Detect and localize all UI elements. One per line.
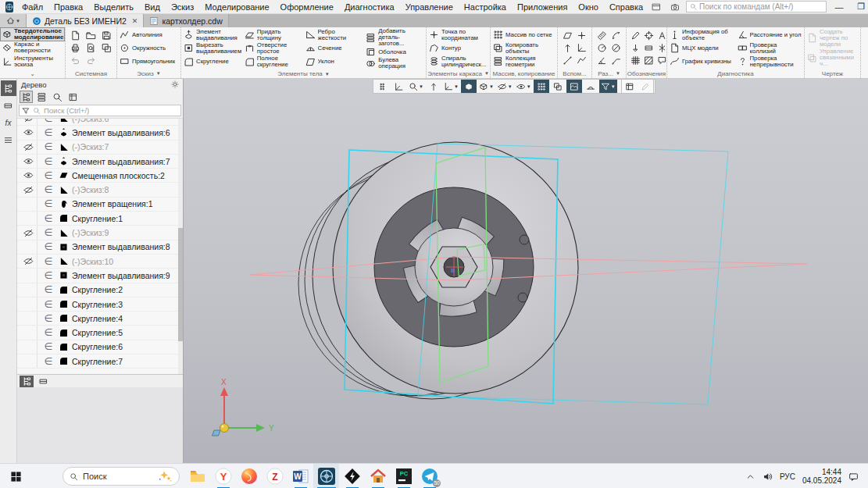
mode-modes-1[interactable]: Каркас и поверхности <box>0 41 65 55</box>
eye-off-icon[interactable] <box>20 255 38 268</box>
tree-tool-structure[interactable] <box>20 91 33 103</box>
sidebar-main-menu[interactable] <box>1 132 16 148</box>
menu-3[interactable]: Вид <box>139 2 166 12</box>
menu-10[interactable]: Приложения <box>512 2 573 12</box>
body-button-3-2[interactable]: Булева операция <box>364 57 425 69</box>
interface-layout-icon[interactable] <box>648 2 664 12</box>
dims-tool-ruler[interactable] <box>595 29 609 41</box>
tree-tool-area-select[interactable] <box>66 91 80 103</box>
wheel-model[interactable]: X Y <box>184 79 866 463</box>
menu-12[interactable]: Справка <box>604 2 648 12</box>
eye-none[interactable] <box>20 269 38 282</box>
body-button-3-0[interactable]: Добавить деталь-заготов... <box>364 28 425 47</box>
notifications-icon[interactable] <box>848 472 859 482</box>
mode-modes-2[interactable]: Инструменты эскиза <box>0 55 65 69</box>
array-button-0-1[interactable]: Копировать объекты <box>491 41 556 55</box>
system-tool-floppy[interactable] <box>100 29 113 41</box>
dims-tool-ang[interactable] <box>595 55 609 67</box>
menu-5[interactable]: Моделирование <box>199 2 274 12</box>
tree-row[interactable]: ∈(-)Эскиз:7 <box>17 141 183 155</box>
notation-tool-grid2[interactable] <box>629 55 642 67</box>
tree-row[interactable]: ∈Элемент вращения:1 <box>17 198 183 212</box>
eye-icon[interactable] <box>20 126 38 139</box>
tree-bottom-tab-parameters[interactable] <box>36 376 50 387</box>
array-button-0-2[interactable]: Коллекция геометрии <box>491 55 556 68</box>
taskbar-app-diamond-app[interactable] <box>339 464 365 488</box>
tree-bottom-tab-tree[interactable] <box>20 376 34 387</box>
language-indicator[interactable]: РУС <box>780 472 795 481</box>
document-tab-0[interactable]: Деталь БЕЗ ИМЕНИ2✕ <box>27 14 144 27</box>
array-button-0-0[interactable]: Массив по сетке <box>491 28 556 41</box>
sidebar-variables[interactable]: fx <box>1 115 16 130</box>
command-search-input[interactable]: Поиск по командам (Alt+/) <box>686 1 827 12</box>
frame-button-0-2[interactable]: Спираль цилиндрическ... <box>427 55 489 68</box>
body-button-0-2[interactable]: Скругление <box>182 55 243 69</box>
taskbar-app-z-app[interactable]: Z <box>262 464 288 488</box>
taskbar-app-pycharm[interactable]: PC <box>391 464 416 488</box>
start-button[interactable] <box>0 464 31 488</box>
menu-8[interactable]: Управление <box>400 2 459 12</box>
system-tool-undo[interactable] <box>69 55 82 67</box>
aux-tool-line[interactable] <box>561 55 574 67</box>
tree-row[interactable]: ∈Скругление:2 <box>17 283 183 297</box>
eye-none[interactable] <box>20 297 38 311</box>
taskbar-app-yandex-browser[interactable]: Y <box>210 464 236 488</box>
sidebar-tree[interactable] <box>1 80 16 96</box>
eye-off-icon[interactable] <box>20 226 38 239</box>
sketch-button-0-1[interactable]: Окружность <box>118 41 180 55</box>
menu-11[interactable]: Окно <box>573 2 604 12</box>
tree-scrollbar[interactable] <box>178 119 183 374</box>
diag-button-0-2[interactable]: График кривизны <box>668 55 736 68</box>
dims-tool-arc[interactable] <box>609 29 623 41</box>
tray-expand-icon[interactable] <box>745 472 755 482</box>
taskbar-app-kompas-3d[interactable] <box>313 464 339 488</box>
menu-2[interactable]: Выделить <box>88 2 139 12</box>
sketch-button-0-0[interactable]: Автолиния <box>118 28 180 41</box>
tree-row[interactable]: ∈Скругление:6 <box>17 340 183 354</box>
tree-row[interactable]: ∈Скругление:1 <box>17 212 183 226</box>
dims-tool-diam[interactable] <box>609 42 623 55</box>
tree-row[interactable]: ∈(-)Эскиз:9 <box>17 226 183 240</box>
aux-tool-lcs[interactable] <box>575 42 588 55</box>
clock[interactable]: 14:44 04.05.2024 <box>802 468 841 485</box>
tree-row[interactable]: ∈Скругление:5 <box>17 326 183 340</box>
notation-tool-hatch[interactable] <box>642 55 655 67</box>
body-button-1-0[interactable]: Придать толщину <box>243 28 304 41</box>
system-tool-preview[interactable] <box>84 42 98 55</box>
tree-row[interactable]: ∈Смещенная плоскость:2 <box>17 169 183 183</box>
speaker-icon[interactable] <box>763 472 773 482</box>
aux-tool-axisI[interactable] <box>561 42 574 55</box>
menu-0[interactable]: Файл <box>16 2 48 12</box>
tree-row[interactable]: ∈Элемент выдавливания:7 <box>17 155 183 169</box>
dims-tool-leader[interactable] <box>609 55 623 67</box>
body-button-2-0[interactable]: Ребро жесткости <box>304 28 365 41</box>
eye-none[interactable] <box>20 312 38 325</box>
tree-row[interactable]: ∈Скругление:4 <box>17 312 183 326</box>
tree-tool-relations[interactable] <box>51 91 64 103</box>
restore-button[interactable]: ❐ <box>852 1 868 13</box>
menu-9[interactable]: Настройка <box>459 2 512 12</box>
body-button-2-1[interactable]: Сечение <box>304 41 365 55</box>
aux-tool-plane[interactable] <box>561 29 574 41</box>
tree-row[interactable]: ∈(-)Эскиз:6 <box>17 118 183 126</box>
tree-row[interactable]: ∈Элемент выдавливания:6 <box>17 126 183 140</box>
aux-tool-point[interactable] <box>575 29 588 41</box>
eye-none[interactable] <box>20 283 38 297</box>
eye-none[interactable] <box>20 326 38 339</box>
diag-button-0-1[interactable]: МЦХ модели <box>668 41 736 55</box>
sidebar-parameters[interactable] <box>1 98 16 113</box>
tree-row[interactable]: ∈Элемент выдавливания:9 <box>17 269 183 283</box>
tab-close-icon[interactable]: ✕ <box>132 17 138 25</box>
eye-none[interactable] <box>20 240 38 254</box>
eye-none[interactable] <box>20 354 38 368</box>
notation-tool-datum[interactable] <box>642 42 655 55</box>
eye-off-icon[interactable] <box>20 183 38 196</box>
screenshot-icon[interactable] <box>667 2 683 12</box>
tree-search-input[interactable]: Поиск (Ctrl+/) <box>19 105 181 116</box>
tree-row[interactable]: ∈Скругление:7 <box>17 354 183 369</box>
taskbar-app-word[interactable]: W <box>288 464 313 488</box>
diag-button-0-0[interactable]: Информация об объекте <box>668 28 736 41</box>
notation-tool-pen2[interactable] <box>629 29 642 41</box>
tree-tool-composition[interactable] <box>35 91 48 103</box>
frame-button-0-0[interactable]: Точка по координатам <box>427 28 489 41</box>
